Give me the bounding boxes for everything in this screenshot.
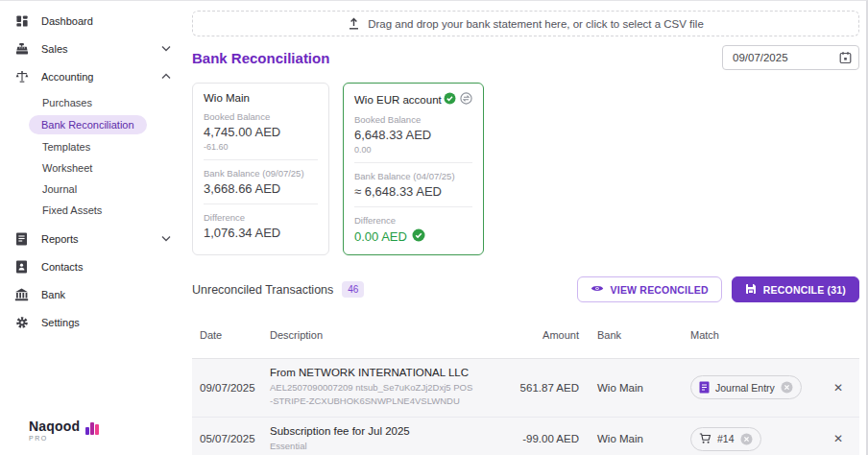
table-row[interactable]: 05/07/2025 Subscription fee for Jul 2025… xyxy=(192,418,859,455)
match-chip-label: #14 xyxy=(717,433,735,444)
account-card-wio-eur[interactable]: Wio EUR account Booked Balance 6,648.33 … xyxy=(343,83,484,255)
booked-balance-label: Booked Balance xyxy=(204,111,318,122)
account-name: Wio Main xyxy=(204,92,250,104)
accounting-icon xyxy=(14,69,29,84)
bank-balance-value: 3,668.66 AED xyxy=(204,181,318,196)
remove-match-icon[interactable] xyxy=(740,433,753,445)
eye-icon xyxy=(591,283,604,296)
sidebar-item-contacts[interactable]: Contacts xyxy=(0,252,188,280)
chevron-down-icon xyxy=(161,45,171,52)
match-chip-journal-entry[interactable]: Journal Entry xyxy=(690,375,802,399)
sidebar-subitem-templates[interactable]: Templates xyxy=(0,136,188,157)
bank-balance-label: Bank Balance (04/07/25) xyxy=(354,171,472,181)
bank-balance-label: Bank Balance (09/07/25) xyxy=(204,168,318,179)
divider xyxy=(204,204,318,204)
divider xyxy=(354,206,472,207)
date-input[interactable] xyxy=(722,45,859,70)
dropzone-text: Drag and drop your bank statement here, … xyxy=(368,18,704,30)
cart-icon xyxy=(699,433,711,444)
tx-amount: -99.00 AED xyxy=(487,433,579,444)
app-logo: Naqood PRO xyxy=(29,419,99,442)
upload-icon xyxy=(348,17,360,30)
divider xyxy=(354,162,472,163)
col-header-description: Description xyxy=(270,322,487,348)
sidebar-subitem-journal[interactable]: Journal xyxy=(0,179,188,200)
transactions-table: Date Description Amount Bank Match 09/07… xyxy=(192,313,859,455)
date-picker xyxy=(722,45,859,70)
sidebar: Dashboard Sales Accounting Purchases Ban… xyxy=(0,1,188,455)
tx-description-sub: Essential xyxy=(270,440,475,453)
tx-description: From NETWORK INTERNATIONAL LLC xyxy=(270,367,475,378)
dismiss-row-icon[interactable]: ✕ xyxy=(833,381,843,395)
sidebar-subitem-worksheet[interactable]: Worksheet xyxy=(0,157,188,179)
dismiss-row-icon[interactable]: ✕ xyxy=(833,432,843,445)
col-header-match: Match xyxy=(671,329,817,341)
account-card-wio-main[interactable]: Wio Main Booked Balance 4,745.00 AED -61… xyxy=(192,83,329,255)
tx-description: Subscription fee for Jul 2025 xyxy=(270,425,475,437)
sidebar-subitem-fixed-assets[interactable]: Fixed Assets xyxy=(0,200,188,221)
sidebar-item-label: Dashboard xyxy=(41,15,93,27)
tx-bank: Wio Main xyxy=(579,382,671,394)
booked-balance-value: 6,648.33 AED xyxy=(354,128,472,142)
tx-description-sub: AEL2507090007209 ntsub_Se7uKoZJj2Dxj5 PO… xyxy=(270,381,475,409)
booked-balance-sub: -61.60 xyxy=(204,142,318,152)
sidebar-item-dashboard[interactable]: Dashboard xyxy=(0,7,188,35)
chevron-down-icon xyxy=(161,235,171,242)
tx-amount: 561.87 AED xyxy=(487,382,579,394)
reconcile-button[interactable]: RECONCILE (31) xyxy=(732,276,859,302)
dashboard-icon xyxy=(14,13,29,28)
sidebar-item-label: Reports xyxy=(41,233,79,245)
accounting-submenu: Purchases Bank Reconciliation Templates … xyxy=(0,90,188,225)
csv-dropzone[interactable]: Drag and drop your bank statement here, … xyxy=(192,11,859,36)
reports-icon xyxy=(14,231,29,246)
sidebar-subitem-purchases[interactable]: Purchases xyxy=(0,92,188,113)
sales-icon xyxy=(14,41,29,56)
booked-balance-sub: 0.00 xyxy=(354,145,472,155)
main-content: Drag and drop your bank statement here, … xyxy=(188,1,866,455)
currency-exchange-icon[interactable] xyxy=(460,92,472,107)
sidebar-item-label: Contacts xyxy=(41,261,83,273)
logo-bars-icon xyxy=(85,422,99,442)
tx-date: 05/07/2025 xyxy=(192,433,270,444)
match-chip-order[interactable]: #14 xyxy=(690,427,761,451)
difference-label: Difference xyxy=(354,215,472,226)
unreconciled-count-badge: 46 xyxy=(342,281,364,298)
sidebar-item-settings[interactable]: Settings xyxy=(0,308,188,336)
page-title: Bank Reconciliation xyxy=(192,50,329,66)
bank-reconciliation-page: Dashboard Sales Accounting Purchases Ban… xyxy=(0,0,868,455)
chevron-up-icon xyxy=(161,73,171,80)
sidebar-item-bank[interactable]: Bank xyxy=(0,280,188,308)
divider xyxy=(204,159,318,160)
sidebar-item-sales[interactable]: Sales xyxy=(0,35,188,62)
difference-value: 0.00 AED xyxy=(354,229,407,244)
tx-date: 09/07/2025 xyxy=(192,382,270,394)
reconcile-label: RECONCILE (31) xyxy=(763,284,846,296)
bank-icon xyxy=(14,287,29,301)
view-reconciled-button[interactable]: VIEW RECONCILED xyxy=(577,276,722,302)
difference-check-icon xyxy=(412,228,425,245)
col-header-date: Date xyxy=(192,329,270,341)
difference-value: 1,076.34 AED xyxy=(204,226,318,240)
sidebar-item-label: Accounting xyxy=(41,71,93,83)
view-reconciled-label: VIEW RECONCILED xyxy=(611,284,709,296)
sidebar-item-label: Bank xyxy=(41,289,65,300)
table-header: Date Description Amount Bank Match xyxy=(192,313,859,359)
journal-entry-icon xyxy=(699,381,710,394)
save-icon xyxy=(745,283,757,297)
bank-balance-value: ≈ 6,648.33 AED xyxy=(354,184,472,199)
booked-balance-value: 4,745.00 AED xyxy=(204,125,318,139)
unreconciled-transactions-title: Unreconciled Transactions xyxy=(192,283,333,297)
match-chip-label: Journal Entry xyxy=(715,382,775,394)
remove-match-icon[interactable] xyxy=(781,381,793,394)
sidebar-item-reports[interactable]: Reports xyxy=(0,225,188,252)
sidebar-subitem-bank-reconciliation[interactable]: Bank Reconciliation xyxy=(0,113,188,136)
settings-icon xyxy=(14,315,29,329)
sidebar-item-label: Sales xyxy=(41,43,68,55)
sidebar-item-label: Settings xyxy=(41,317,80,328)
booked-balance-label: Booked Balance xyxy=(354,114,472,125)
tx-bank: Wio Main xyxy=(579,433,671,444)
difference-label: Difference xyxy=(204,212,318,223)
sidebar-item-accounting[interactable]: Accounting xyxy=(0,62,188,90)
logo-tier: PRO xyxy=(29,435,80,442)
table-row[interactable]: 09/07/2025 From NETWORK INTERNATIONAL LL… xyxy=(192,359,859,418)
